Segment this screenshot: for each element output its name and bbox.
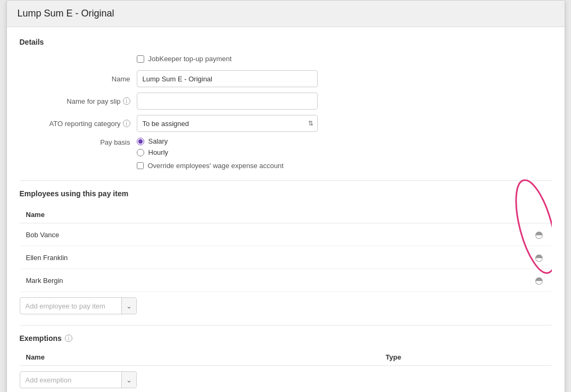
name-row: Name [20, 70, 552, 87]
override-row: Override employees' wage expense account [20, 162, 552, 170]
exemptions-col-name: Name [26, 353, 386, 361]
name-control [137, 70, 318, 87]
add-employee-placeholder: Add employee to pay item [20, 299, 121, 313]
employees-section: Employees using this pay item Name Bob V… [20, 189, 552, 314]
name-payslip-label: Name for pay slip i [20, 97, 137, 105]
add-employee-dropdown[interactable]: Add employee to pay item ⌄ [20, 297, 137, 314]
page-title: Lump Sum E - Original [7, 1, 565, 27]
pay-basis-row: Pay basis Salary Hourly [20, 137, 552, 156]
jobkeeper-checkbox[interactable] [137, 55, 144, 63]
name-label: Name [20, 75, 137, 83]
hourly-radio-row: Hourly [137, 148, 318, 156]
ato-select-wrapper: To be assigned Gross Payments Not Report… [137, 115, 318, 132]
hourly-radio[interactable] [137, 149, 144, 156]
exemptions-section: Exemptions i Name Type Add exemption ⌄ [20, 334, 552, 388]
employees-section-title: Employees using this pay item [20, 189, 552, 198]
name-payslip-input[interactable] [137, 93, 318, 110]
employee-name-2: Mark Bergin [26, 277, 533, 285]
pay-basis-radio-group: Salary Hourly [137, 137, 318, 156]
employees-table-header: Name [20, 206, 552, 223]
override-label: Override employees' wage expense account [148, 162, 284, 170]
exemptions-table-header: Name Type [20, 349, 552, 366]
remove-employee-1-button[interactable]: ◓ [533, 251, 545, 264]
exemptions-title-row: Exemptions i [20, 334, 552, 343]
divider-1 [20, 180, 552, 181]
table-row: Bob Vance ◓ [20, 223, 552, 246]
salary-label: Salary [148, 137, 168, 145]
jobkeeper-row: JobKeeper top-up payment [137, 55, 552, 63]
exemptions-section-title: Exemptions [20, 334, 62, 343]
override-control: Override employees' wage expense account [137, 162, 318, 170]
employee-name-1: Ellen Franklin [26, 254, 533, 262]
remove-employee-0-button[interactable]: ◓ [533, 228, 545, 241]
details-section: Details JobKeeper top-up payment Name Na… [20, 38, 552, 170]
divider-2 [20, 325, 552, 326]
add-exemption-placeholder: Add exemption [20, 373, 121, 387]
ato-select[interactable]: To be assigned Gross Payments Not Report… [137, 115, 318, 132]
name-payslip-info-icon[interactable]: i [123, 97, 130, 105]
name-payslip-row: Name for pay slip i [20, 93, 552, 110]
pay-basis-label: Pay basis [20, 137, 137, 146]
ato-label: ATO reporting category i [20, 120, 137, 128]
jobkeeper-label: JobKeeper top-up payment [148, 55, 232, 63]
add-exemption-dropdown-arrow[interactable]: ⌄ [121, 372, 136, 388]
override-checkbox[interactable] [137, 162, 144, 169]
details-section-title: Details [20, 38, 552, 46]
main-window: Lump Sum E - Original Details JobKeeper … [6, 0, 565, 392]
pay-basis-control: Salary Hourly [137, 137, 318, 156]
exemptions-info-icon[interactable]: i [65, 335, 72, 342]
table-row: Mark Bergin ◓ [20, 269, 552, 292]
ato-info-icon[interactable]: i [123, 120, 130, 127]
name-payslip-control [137, 93, 318, 110]
employees-col-name: Name [26, 211, 545, 219]
table-row: Ellen Franklin ◓ [20, 246, 552, 269]
ato-row: ATO reporting category i To be assigned … [20, 115, 552, 132]
name-input[interactable] [137, 70, 318, 87]
remove-employee-2-button[interactable]: ◓ [533, 274, 545, 287]
add-employee-dropdown-arrow[interactable]: ⌄ [121, 298, 136, 314]
hourly-label: Hourly [148, 148, 169, 156]
exemptions-col-type: Type [386, 353, 545, 361]
content-area: Details JobKeeper top-up payment Name Na… [7, 27, 565, 392]
add-exemption-dropdown[interactable]: Add exemption ⌄ [20, 371, 137, 388]
employee-name-0: Bob Vance [26, 231, 533, 239]
salary-radio-row: Salary [137, 137, 318, 145]
salary-radio[interactable] [137, 138, 144, 145]
